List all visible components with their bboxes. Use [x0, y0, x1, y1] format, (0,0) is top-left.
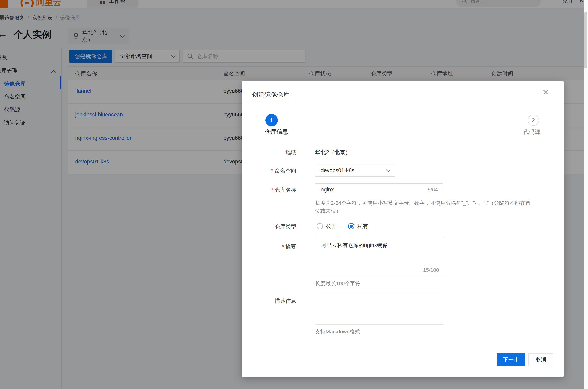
- char-counter: 15/100: [423, 267, 439, 273]
- field-label-repo-type: 仓库类型: [242, 223, 296, 230]
- radio-public-label: 公开: [326, 223, 337, 230]
- chevron-down-icon: [386, 167, 391, 172]
- summary-textarea[interactable]: 阿里云私有仓库的nginx镜像 15/100: [315, 237, 444, 276]
- required-asterisk: *: [271, 168, 273, 174]
- repo-name-field: 5/64: [315, 183, 443, 196]
- required-asterisk: *: [271, 187, 273, 193]
- close-icon[interactable]: ×: [543, 87, 549, 97]
- description-textarea[interactable]: [315, 293, 444, 324]
- repo-type-radio-group: 公开 私有: [317, 223, 368, 230]
- required-asterisk: *: [282, 244, 284, 250]
- radio-private-label: 私有: [357, 223, 368, 230]
- repo-name-input[interactable]: [320, 187, 428, 193]
- repo-name-help: 长度为2-64个字符，可使用小写英文字母、数字，可使用分隔符"_"、"-"、".…: [315, 199, 534, 215]
- radio-public[interactable]: 公开: [317, 223, 337, 230]
- create-repo-modal: 创建镜像仓库 × 1 2 仓库信息 代码源 地域 华北2（北京） *命名空间 d…: [242, 81, 563, 377]
- step-2-circle: 2: [528, 115, 539, 126]
- radio-private[interactable]: 私有: [348, 223, 368, 230]
- step-connector: [280, 120, 525, 120]
- step-1-label: 仓库信息: [265, 128, 288, 136]
- page-scrollbar[interactable]: [584, 0, 588, 389]
- scrollbar-thumb[interactable]: [584, 12, 588, 68]
- field-label-region: 地域: [242, 149, 296, 156]
- namespace-select[interactable]: devops01-k8s: [315, 164, 395, 177]
- description-field: [315, 292, 444, 325]
- modal-title: 创建镜像仓库: [252, 90, 289, 99]
- description-help: 支持Markdown格式: [315, 327, 360, 336]
- summary-help: 长度最长100个字符: [315, 279, 360, 287]
- summary-text: 阿里云私有仓库的nginx镜像: [321, 242, 388, 249]
- step-1-circle: 1: [265, 114, 278, 126]
- namespace-select-value: devops01-k8s: [321, 167, 387, 174]
- radio-off-icon: [317, 223, 323, 229]
- next-step-button[interactable]: 下一步: [497, 353, 525, 366]
- step-2-label: 代码源: [523, 128, 540, 136]
- field-label-repo-name: *仓库名称: [242, 187, 296, 194]
- cancel-button[interactable]: 取消: [528, 353, 554, 366]
- char-counter: 5/64: [428, 187, 438, 193]
- field-label-summary: *摘要: [242, 243, 296, 250]
- radio-on-icon: [348, 223, 354, 229]
- field-label-description: 描述信息: [242, 297, 296, 305]
- field-value-region: 华北2（北京）: [315, 149, 351, 156]
- field-label-namespace: *命名空间: [242, 167, 296, 174]
